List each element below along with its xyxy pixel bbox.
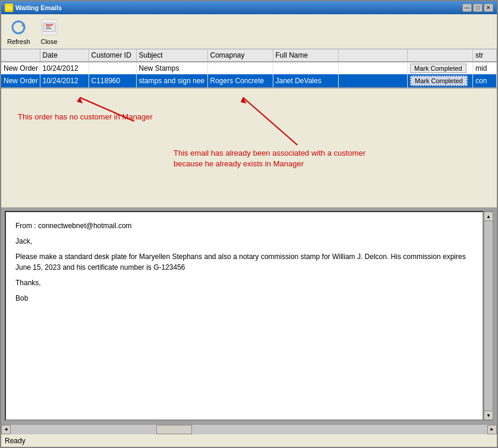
svg-marker-9 [241,97,247,103]
cell-type: New Order [1,62,40,74]
close-label: Close [40,38,57,45]
close-button[interactable]: Close [37,17,61,46]
scroll-right-button[interactable]: ► [487,425,497,434]
table-row[interactable]: New Order 10/24/2012 New Stamps Mark Com… [1,62,497,74]
col-header-spacer [338,49,408,62]
annotation-area: This order has no customer in Manager Th… [1,89,497,207]
cell-subject: New Stamps [136,62,207,74]
mark-completed-button-selected[interactable]: Mark Completed [410,75,468,86]
status-bar: Ready [1,434,497,447]
cell-date: 10/24/2012 [40,62,89,74]
window-icon: ✉ [5,4,13,12]
main-window: ✉ Waiting Emails — □ ✕ Refresh [0,0,498,448]
email-greeting: Jack, [15,236,473,247]
scroll-h-track[interactable] [11,425,497,434]
email-closing: Thanks, [15,277,473,288]
vertical-scrollbar[interactable]: ▲ ▼ [484,211,493,421]
col-header-customerid: Customer ID [89,49,136,62]
refresh-button[interactable]: Refresh [5,17,33,46]
cell-str: con [473,74,497,87]
col-header-company: Comapnay [207,49,273,62]
cell-action: Mark Completed [408,74,473,87]
table-row[interactable]: New Order 10/24/2012 C118960 stamps and … [1,74,497,87]
col-header-action [408,49,473,62]
data-table-area: Date Customer ID Subject Comapnay Full N… [1,49,497,89]
refresh-label: Refresh [7,38,30,45]
col-header-str: str [473,49,497,62]
email-body: Please make a standard desk plate for Ma… [15,251,473,273]
close-window-button[interactable]: ✕ [484,4,493,12]
svg-marker-7 [77,97,83,103]
cell-customerid [89,62,136,74]
scroll-left-button[interactable]: ◄ [1,425,11,434]
cell-company [207,62,273,74]
status-text: Ready [5,437,26,445]
window-title: Waiting Emails [15,4,62,11]
scroll-up-button[interactable]: ▲ [484,212,493,221]
cell-str: mid [473,62,497,74]
cell-fullname: Janet DeVales [273,74,338,87]
col-header-fullname: Full Name [273,49,338,62]
toolbar: Refresh Close [1,14,497,49]
title-bar-left: ✉ Waiting Emails [5,4,62,12]
cell-company: Rogers Concrete [207,74,273,87]
title-bar: ✉ Waiting Emails — □ ✕ [1,1,497,14]
cell-date: 10/24/2012 [40,74,89,87]
mark-completed-button[interactable]: Mark Completed [410,64,467,73]
email-panel: From : connectwebnet@hotmail.com Jack, P… [1,207,497,424]
close-icon [40,18,59,37]
annotation-text-2: This email has already been associated w… [174,148,365,169]
col-header-date: Date [40,49,89,62]
scroll-track[interactable] [484,221,493,411]
col-header-subject: Subject [136,49,207,62]
cell-spacer [338,74,408,87]
refresh-icon [9,18,28,37]
title-controls: — □ ✕ [462,4,493,12]
cell-type: New Order [1,74,40,87]
cell-customerid: C118960 [89,74,136,87]
cell-subject: stamps and sign nee [136,74,207,87]
table-header-row: Date Customer ID Subject Comapnay Full N… [1,49,497,62]
svg-line-8 [243,97,298,145]
scroll-h-thumb[interactable] [156,425,192,434]
email-signature: Bob [15,293,473,304]
cell-fullname [273,62,338,74]
annotation-text-1: This order has no customer in Manager [18,112,153,121]
email-content[interactable]: From : connectwebnet@hotmail.com Jack, P… [5,211,484,421]
emails-table: Date Customer ID Subject Comapnay Full N… [1,49,497,87]
minimize-button[interactable]: — [462,4,472,12]
restore-button[interactable]: □ [473,4,483,12]
cell-spacer [338,62,408,74]
horizontal-scrollbar: ◄ ► [1,424,497,434]
scroll-down-button[interactable]: ▼ [484,411,493,420]
email-from: From : connectwebnet@hotmail.com [15,220,473,231]
col-header-type [1,49,40,62]
cell-action: Mark Completed [408,62,473,74]
